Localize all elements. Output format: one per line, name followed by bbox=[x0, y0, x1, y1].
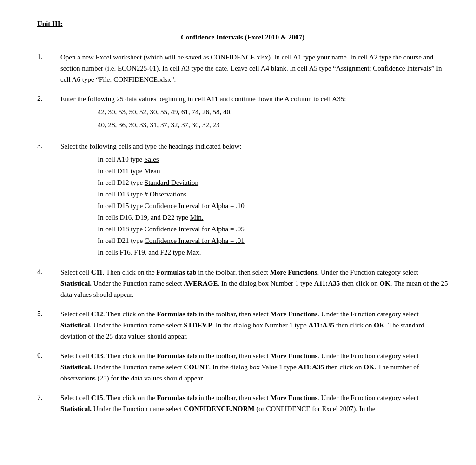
list-item: 5. Select cell C12. Then click on the Fo… bbox=[37, 308, 448, 342]
item-7-text: Select cell C15. Then click on the Formu… bbox=[60, 394, 419, 413]
cell-item-d12: In cell D12 type Standard Deviation bbox=[98, 177, 448, 188]
data-values: 42, 30, 53, 50, 52, 30, 55, 49, 61, 74, … bbox=[98, 106, 448, 131]
item-3-intro: Select the following cells and type the … bbox=[60, 141, 448, 152]
page-title: Confidence Intervals (Excel 2010 & 2007) bbox=[37, 32, 448, 43]
cell-item-d21: In cell D21 type Confidence Interval for… bbox=[98, 235, 448, 246]
item-1-text: Open a new Excel worksheet (which will b… bbox=[60, 53, 442, 83]
list-content-7: Select cell C15. Then click on the Formu… bbox=[60, 392, 448, 414]
cell-item-d15: In cell D15 type Confidence Interval for… bbox=[98, 200, 448, 211]
data-line-2: 40, 28, 36, 30, 33, 31, 37, 32, 37, 30, … bbox=[98, 119, 448, 131]
instructions-list: 1. Open a new Excel worksheet (which wil… bbox=[37, 52, 448, 414]
list-item: 4. Select cell C11. Then click on the Fo… bbox=[37, 267, 448, 300]
list-item: 7. Select cell C15. Then click on the Fo… bbox=[37, 392, 448, 414]
item-4-text: Select cell C11. Then click on the Formu… bbox=[60, 269, 448, 298]
list-number-2: 2. bbox=[37, 93, 60, 104]
data-line-1: 42, 30, 53, 50, 52, 30, 55, 49, 61, 74, … bbox=[98, 106, 448, 118]
list-content-4: Select cell C11. Then click on the Formu… bbox=[60, 267, 448, 300]
list-number-3: 3. bbox=[37, 141, 60, 151]
cell-headings: In cell A10 type Sales In cell D11 type … bbox=[98, 154, 448, 258]
list-content-2: Enter the following 25 data values begin… bbox=[60, 93, 448, 132]
unit-heading: Unit III: bbox=[37, 19, 448, 29]
cell-item-d13: In cell D13 type # Observations bbox=[98, 189, 448, 200]
cell-item-d16: In cells D16, D19, and D22 type Min. bbox=[98, 212, 448, 223]
list-item: 3. Select the following cells and type t… bbox=[37, 141, 448, 258]
item-6-text: Select cell C13. Then click on the Formu… bbox=[60, 352, 419, 382]
list-content-6: Select cell C13. Then click on the Formu… bbox=[60, 350, 448, 384]
cell-item-a10: In cell A10 type Sales bbox=[98, 154, 448, 165]
list-content-3: Select the following cells and type the … bbox=[60, 141, 448, 258]
cell-item-d11: In cell D11 type Mean bbox=[98, 165, 448, 177]
item-5-text: Select cell C12. Then click on the Formu… bbox=[60, 310, 424, 340]
list-content-1: Open a new Excel worksheet (which will b… bbox=[60, 52, 448, 85]
item-2-intro: Enter the following 25 data values begin… bbox=[60, 93, 448, 105]
list-item: 2. Enter the following 25 data values be… bbox=[37, 93, 448, 132]
list-content-5: Select cell C12. Then click on the Formu… bbox=[60, 308, 448, 342]
list-number-6: 6. bbox=[37, 350, 60, 361]
list-number-1: 1. bbox=[37, 52, 60, 62]
list-item: 6. Select cell C13. Then click on the Fo… bbox=[37, 350, 448, 384]
list-number-7: 7. bbox=[37, 392, 60, 403]
cell-item-f16: In cells F16, F19, and F22 type Max. bbox=[98, 247, 448, 258]
list-number-5: 5. bbox=[37, 308, 60, 319]
list-number-4: 4. bbox=[37, 267, 60, 277]
list-item: 1. Open a new Excel worksheet (which wil… bbox=[37, 52, 448, 85]
cell-item-d18: In cell D18 type Confidence Interval for… bbox=[98, 223, 448, 235]
